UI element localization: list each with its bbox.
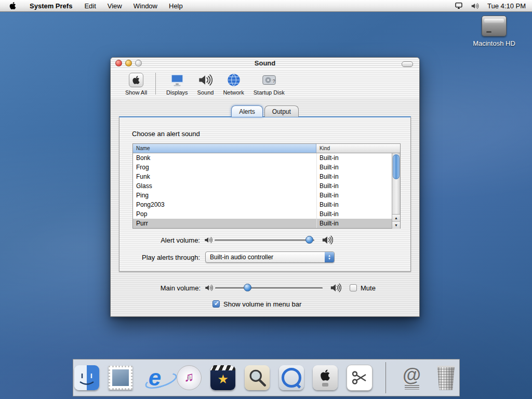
slider-track[interactable] [215,240,314,241]
menu-item-help[interactable]: Help [163,1,189,11]
dock: e ♫ ★ [73,359,460,396]
alert-sound-name: Funk [133,173,316,180]
alert-sound-name: Pong2003 [133,201,316,208]
menu-item-view[interactable]: View [102,1,128,11]
desktop: System Prefs Edit View Window Help Tue 4… [0,0,532,399]
menu-item-edit[interactable]: Edit [78,1,101,11]
toolbar-item-displays[interactable]: Displays [166,72,188,96]
preferences-toolbar: Show All Displays Sound [111,69,419,99]
table-row-frog[interactable]: Frog Built-in [133,163,392,172]
table-header: Name Kind [133,144,400,153]
scroll-up-button[interactable]: ▲ [392,215,400,222]
alert-sound-name: Pop [133,210,316,218]
scroll-down-button[interactable]: ▼ [392,222,400,229]
dock-item-clippings[interactable] [346,364,373,391]
speaker-loud-icon [330,282,341,294]
scissors-icon [347,365,373,391]
alert-sound-name: Purr [133,220,316,227]
play-alerts-row: Play alerts through: Built-in audio cont… [119,251,410,263]
menu-bar-clock[interactable]: Tue 4:10 PM [487,2,526,10]
alert-sound-name: Frog [133,164,316,171]
dock-item-sherlock[interactable] [244,364,271,391]
alert-sound-table: Name Kind Bonk Built-in Frog Built-in [132,143,401,229]
dock-item-itunes[interactable]: ♫ [176,364,203,391]
alert-sound-name: Glass [133,182,316,190]
tab-alerts[interactable]: Alerts [231,105,263,117]
alert-sound-kind: Built-in [316,201,392,208]
table-row-purr-selected[interactable]: Purr Built-in [133,219,392,228]
toolbar-item-show-all[interactable]: Show All [121,72,151,96]
mute-checkbox[interactable] [350,284,357,291]
toolbar-item-network[interactable]: Network [223,72,244,96]
displays-icon [169,72,185,88]
column-divider [316,153,317,228]
toolbar-item-label: Sound [197,89,214,96]
quicktime-icon [279,365,304,390]
table-row-ping[interactable]: Ping Built-in [133,191,392,200]
network-icon [227,72,241,88]
toolbar-separator [155,73,156,95]
dock-item-quicktime[interactable] [278,364,305,391]
show-volume-label: Show volume in menu bar [223,300,301,308]
dock-item-finder[interactable] [73,364,100,391]
alerts-panel: Choose an alert sound Name Kind Bonk Bui… [119,116,411,272]
dock-item-mail[interactable] [108,364,135,391]
alert-sound-kind: Built-in [316,182,392,190]
window-title-bar[interactable]: Sound [111,58,419,70]
slider-track[interactable] [215,287,323,289]
column-header-kind[interactable]: Kind [316,144,400,153]
dock-item-internet-explorer[interactable]: e [141,364,168,391]
slider-thumb[interactable] [244,284,251,291]
internet-explorer-icon: e [149,366,161,389]
toolbar-item-sound[interactable]: Sound [197,72,214,96]
hard-disk-label: Macintosh HD [466,39,523,47]
vertical-scrollbar[interactable]: ▲ ▼ [392,153,400,228]
menu-item-app[interactable]: System Prefs [24,1,78,11]
table-row-pop[interactable]: Pop Built-in [133,209,392,219]
main-volume-slider[interactable] [215,284,323,292]
play-alerts-popup[interactable]: Built-in audio controller ▲▼ [205,251,335,263]
column-header-name[interactable]: Name [133,144,316,153]
dock-divider [385,362,386,393]
dock-item-trash[interactable] [432,364,459,391]
popup-arrows-icon: ▲▼ [325,252,334,262]
show-volume-checkbox[interactable] [212,300,220,308]
toolbar-item-startup-disk[interactable]: ? Startup Disk [254,72,285,96]
table-row-funk[interactable]: Funk Built-in [133,172,392,181]
dock-item-imovie[interactable]: ★ [210,364,237,391]
window-content: Alerts Output Choose an alert sound Name… [111,98,419,316]
show-all-icon [129,73,143,87]
play-alerts-label: Play alerts through: [119,254,200,261]
speaker-quiet-icon [205,284,213,292]
tab-bar: Alerts Output [111,105,419,117]
volume-menu-icon[interactable] [471,2,480,10]
table-row-pong2003[interactable]: Pong2003 Built-in [133,200,392,209]
show-volume-row: Show volume in menu bar [212,299,419,309]
alert-sound-kind: Built-in [316,164,392,171]
toolbar-toggle-button[interactable] [402,61,413,67]
at-spring-icon: @ [403,366,421,390]
scrollbar-thumb[interactable] [393,154,400,179]
window-title: Sound [111,59,419,67]
mail-stamp-icon [109,366,132,390]
desktop-icon-macintosh-hd[interactable]: Macintosh HD [466,16,523,47]
table-row-glass[interactable]: Glass Built-in [133,181,392,191]
tab-output[interactable]: Output [264,105,299,117]
toolbar-item-label: Startup Disk [254,89,285,96]
table-row-bonk[interactable]: Bonk Built-in [133,153,392,163]
main-volume-label: Main volume: [111,284,201,292]
sherlock-icon [245,365,270,390]
dock-item-mac-os-x-spring[interactable]: @ [398,364,425,391]
imovie-icon: ★ [210,365,235,390]
finder-icon [74,365,99,390]
alert-sound-name: Ping [133,192,316,199]
menu-item-window[interactable]: Window [128,1,163,11]
slider-thumb[interactable] [305,236,313,244]
mute-label: Mute [361,284,376,292]
alert-volume-slider[interactable] [215,236,314,244]
apple-menu-icon[interactable] [9,2,17,10]
dock-item-system-preferences[interactable] [312,364,339,391]
trash-icon [436,366,456,390]
displays-menu-icon[interactable] [454,2,463,10]
toolbar-item-label: Network [223,89,244,96]
